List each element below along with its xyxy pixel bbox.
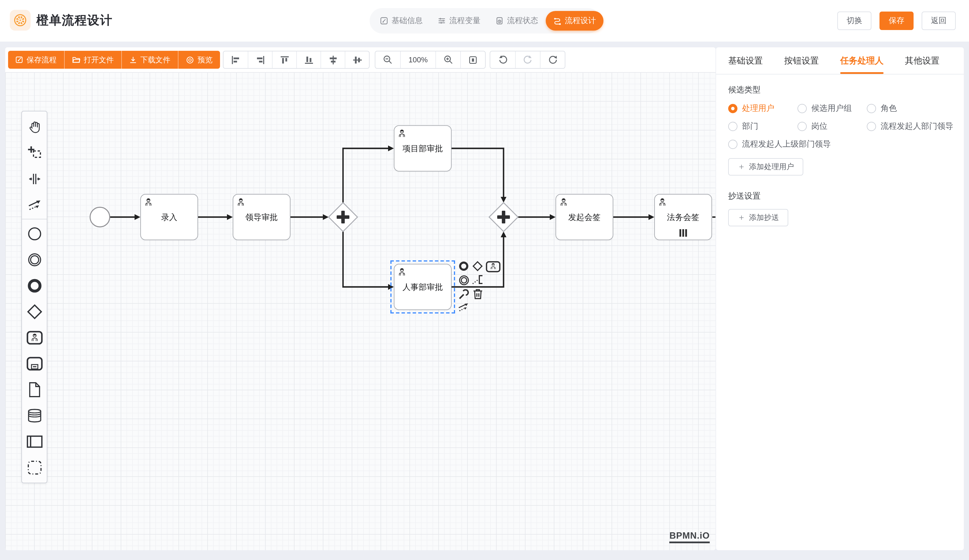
fit-viewport-icon xyxy=(468,55,478,64)
zoom-group: 100% xyxy=(375,51,486,69)
switch-button[interactable]: 切换 xyxy=(837,12,871,30)
tab-basic-settings[interactable]: 基础设置 xyxy=(728,47,763,74)
open-file-button[interactable]: 打开文件 xyxy=(64,51,121,69)
global-connect-tool[interactable] xyxy=(22,192,47,218)
save-process-button[interactable]: 保存流程 xyxy=(8,51,64,69)
radio-candidate-user-group[interactable]: 候选用户组 xyxy=(798,103,867,114)
radio-initiator-upper-dept-leader[interactable]: 流程发起人上级部门领导 xyxy=(728,139,953,150)
align-bottom-button[interactable] xyxy=(296,52,320,68)
align-bottom-icon xyxy=(304,55,313,64)
start-event[interactable] xyxy=(90,207,110,227)
header-actions: 切换 保存 返回 xyxy=(837,12,956,30)
tab-process-variables[interactable]: 流程变量 xyxy=(430,11,488,31)
connect-tool-button[interactable] xyxy=(457,301,470,314)
palette-separator xyxy=(22,219,47,219)
zoom-out-button[interactable] xyxy=(375,52,400,68)
bpmn-io-watermark: BPMN.iO xyxy=(669,530,710,543)
align-center-vertical-button[interactable] xyxy=(345,52,369,68)
task-hr-dept-approve[interactable]: 人事部审批 xyxy=(394,264,451,310)
append-gateway-button[interactable] xyxy=(471,260,484,273)
align-left-button[interactable] xyxy=(223,52,248,68)
create-subprocess[interactable] xyxy=(22,351,47,376)
diagram-canvas[interactable]: 录入 领导审批 项目部审批 人事部审批 发起会签 法务会签 xyxy=(5,72,716,550)
multi-instance-marker xyxy=(679,229,687,237)
radio-role[interactable]: 角色 xyxy=(867,103,953,114)
align-center-vertical-icon xyxy=(353,55,362,64)
append-user-task-button[interactable] xyxy=(485,260,501,273)
diagram-edges xyxy=(5,72,716,550)
tab-other-settings[interactable]: 其他设置 xyxy=(905,47,939,74)
create-end-event[interactable] xyxy=(22,273,47,299)
undo-icon xyxy=(498,55,508,65)
create-intermediate-event[interactable] xyxy=(22,246,47,273)
create-group[interactable] xyxy=(22,454,47,480)
radio-dot xyxy=(728,122,738,131)
align-top-icon xyxy=(280,55,289,64)
parallel-gateway-join[interactable] xyxy=(489,203,518,231)
orange-fruit-icon xyxy=(13,13,28,28)
radio-initiator-dept-leader[interactable]: 流程发起人部门领导 xyxy=(867,121,953,131)
task-start-countersign[interactable]: 发起会签 xyxy=(556,194,613,240)
align-top-button[interactable] xyxy=(272,52,296,68)
align-right-button[interactable] xyxy=(248,52,272,68)
create-start-event[interactable] xyxy=(22,221,47,246)
tab-basic-info[interactable]: 基础信息 xyxy=(373,11,430,31)
zoom-in-button[interactable] xyxy=(435,52,460,68)
radio-dot xyxy=(867,122,876,131)
parallel-gateway-split[interactable] xyxy=(329,203,358,231)
create-user-task[interactable] xyxy=(22,324,47,351)
space-tool[interactable] xyxy=(22,166,47,192)
create-data-store[interactable] xyxy=(22,402,47,429)
radio-dot xyxy=(728,104,738,113)
preview-icon xyxy=(186,56,194,64)
append-end-event-button[interactable] xyxy=(457,260,470,273)
radio-assignee-user[interactable]: 处理用户 xyxy=(728,103,798,114)
zoom-out-icon xyxy=(383,55,393,65)
form-icon xyxy=(380,17,388,25)
back-button[interactable]: 返回 xyxy=(922,12,956,30)
radio-department[interactable]: 部门 xyxy=(728,121,798,131)
design-toolbar: 保存流程 打开文件 下载文件 预览 xyxy=(5,47,716,72)
align-left-icon xyxy=(231,55,240,64)
save-button[interactable]: 保存 xyxy=(879,12,914,30)
header-nav: 基础信息 流程变量 流程状态 流程设计 xyxy=(370,8,601,33)
align-center-horizontal-icon xyxy=(328,55,338,64)
redo-button[interactable] xyxy=(515,52,540,68)
task-project-dept-approve[interactable]: 项目部审批 xyxy=(394,125,451,171)
tab-process-status[interactable]: 流程状态 xyxy=(488,11,546,31)
fit-viewport-button[interactable] xyxy=(460,52,485,68)
create-data-object[interactable] xyxy=(22,376,47,402)
plus-icon: ＋ xyxy=(738,213,746,223)
align-right-icon xyxy=(256,55,265,64)
add-cc-button[interactable]: ＋添加抄送 xyxy=(728,209,788,226)
append-intermediate-event-button[interactable] xyxy=(457,274,470,286)
lasso-tool[interactable] xyxy=(22,140,47,166)
download-file-button[interactable]: 下载文件 xyxy=(121,51,178,69)
append-text-annotation-button[interactable] xyxy=(471,274,484,286)
align-group xyxy=(223,51,370,69)
settings-body: 候选类型 处理用户 候选用户组 角色 部门 岗位 流程发起人部门领导 流程发起人… xyxy=(716,75,964,226)
hand-tool[interactable] xyxy=(22,114,47,140)
tab-process-design[interactable]: 流程设计 xyxy=(546,11,603,31)
radio-dot xyxy=(798,104,807,113)
redo-icon xyxy=(523,55,533,65)
delete-element-button[interactable] xyxy=(471,287,484,300)
task-luru[interactable]: 录入 xyxy=(140,194,198,240)
create-participant-pool[interactable] xyxy=(22,429,47,454)
radio-post[interactable]: 岗位 xyxy=(798,121,867,131)
folder-open-icon xyxy=(72,56,80,63)
tab-task-assignee[interactable]: 任务处理人 xyxy=(840,47,884,74)
tab-button-settings[interactable]: 按钮设置 xyxy=(784,47,819,74)
undo-button[interactable] xyxy=(490,52,515,68)
task-legal-countersign[interactable]: 法务会签 xyxy=(654,194,712,240)
add-assignee-button[interactable]: ＋添加处理用户 xyxy=(728,158,803,176)
change-element-type-button[interactable] xyxy=(457,288,470,301)
candidate-type-label: 候选类型 xyxy=(728,85,952,95)
reset-button[interactable] xyxy=(540,52,565,68)
task-leader-approve[interactable]: 领导审批 xyxy=(233,194,290,240)
preview-button[interactable]: 预览 xyxy=(178,51,220,69)
create-gateway[interactable] xyxy=(22,299,47,324)
canvas-panel: 保存流程 打开文件 下载文件 预览 xyxy=(5,47,716,550)
align-center-horizontal-button[interactable] xyxy=(320,52,345,68)
download-icon xyxy=(129,56,137,63)
